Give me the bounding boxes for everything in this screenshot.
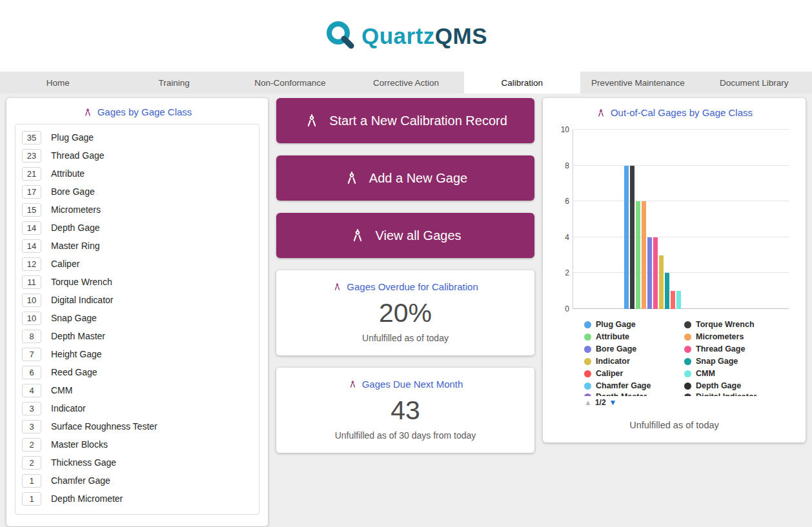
legend-page-label: 1/2 <box>595 398 606 407</box>
gage-class-label: Depth Gage <box>51 223 100 233</box>
gage-class-label: Micrometers <box>51 204 101 215</box>
gage-class-label: Master Blocks <box>51 439 108 450</box>
legend-page-up-icon[interactable]: ▲ <box>584 398 592 407</box>
out-of-cal-chart-title: Out-of-Cal Gages by Gage Class <box>553 107 795 118</box>
overdue-card-title: Gages Overdue for Calibration <box>285 281 525 292</box>
bar-torque-wrench[interactable] <box>630 166 634 309</box>
brand-q-icon <box>325 19 356 53</box>
gridline-2 <box>573 272 789 273</box>
brand-logo: QuartzQMS <box>325 19 487 53</box>
legend-label: Plug Gage <box>596 319 636 330</box>
bar-thread-gage[interactable] <box>653 237 658 309</box>
tab-preventive-maintenance[interactable]: Preventive Maintenance <box>580 72 696 94</box>
legend-dot-depth-master <box>584 393 591 396</box>
start-calibration-button[interactable]: Start a New Calibration Record <box>276 98 534 143</box>
gridline-8 <box>573 165 789 166</box>
compass-icon <box>343 170 360 186</box>
gage-count: 10 <box>22 312 41 325</box>
gage-class-row-digital-indicator[interactable]: 10Digital Indicator <box>15 291 259 309</box>
gages-by-class-title: Gages by Gage Class <box>15 106 259 117</box>
tab-non-conformance[interactable]: Non-Conformance <box>232 72 348 94</box>
bar-cmm[interactable] <box>676 291 681 309</box>
gage-count: 12 <box>22 257 41 271</box>
bar-caliper[interactable] <box>671 291 675 309</box>
gages-by-class-card: Gages by Gage Class 35Plug Gage23Thread … <box>6 98 268 526</box>
gage-class-row-height-gage[interactable]: 7Height Gage <box>15 345 259 363</box>
legend-label: Thread Gage <box>696 344 745 355</box>
gage-class-row-depth-master[interactable]: 8Depth Master <box>15 327 259 345</box>
y-axis-tick-4: 4 <box>554 233 569 242</box>
gage-count: 3 <box>22 420 41 433</box>
legend-item-snap-gage[interactable]: Snap Gage <box>684 356 795 367</box>
bar-plug-gage[interactable] <box>624 166 629 309</box>
chart-bars <box>624 130 681 309</box>
legend-page-down-icon[interactable]: ▼ <box>609 398 617 407</box>
gage-class-row-surface-roughness-tester[interactable]: 3Surface Roughness Tester <box>15 417 259 435</box>
gage-class-row-plug-gage[interactable]: 35Plug Gage <box>15 128 259 146</box>
gage-count: 21 <box>22 167 41 181</box>
legend-dot-indicator <box>584 358 591 365</box>
bar-bore-gage[interactable] <box>647 237 652 309</box>
gage-class-row-reed-gage[interactable]: 6Reed Gage <box>15 363 259 381</box>
legend-dot-depth-gage <box>684 383 691 390</box>
legend-item-chamfer-gage[interactable]: Chamfer Gage <box>584 381 684 392</box>
legend-label: Indicator <box>596 356 630 367</box>
gage-class-row-chamfer-gage[interactable]: 1Chamfer Gage <box>15 472 259 490</box>
gage-class-row-micrometers[interactable]: 15Micrometers <box>15 201 259 219</box>
main-content: Gages by Gage Class 35Plug Gage23Thread … <box>0 94 812 527</box>
legend-item-torque-wrench[interactable]: Torque Wrench <box>684 319 795 330</box>
add-gage-label: Add a New Gage <box>369 171 467 186</box>
gage-class-label: Height Gage <box>51 349 102 359</box>
legend-label: Attribute <box>596 332 629 343</box>
legend-dot-plug-gage <box>584 321 591 328</box>
bar-indicator[interactable] <box>659 255 664 309</box>
view-gages-button[interactable]: View all Gages <box>276 213 534 258</box>
gage-class-row-depth-micrometer[interactable]: 1Depth Micrometer <box>15 490 259 508</box>
due-next-month-title: Gages Due Next Month <box>285 379 525 390</box>
legend-item-plug-gage[interactable]: Plug Gage <box>584 319 684 330</box>
gage-class-row-torque-wrench[interactable]: 11Torque Wrench <box>15 273 259 291</box>
gage-count: 14 <box>22 239 41 253</box>
gage-class-label: Chamfer Gage <box>51 475 110 486</box>
gage-class-row-master-ring[interactable]: 14Master Ring <box>15 237 259 255</box>
gage-class-label: Thread Gage <box>51 150 105 161</box>
due-next-month-subtitle: Unfulfilled as of 30 days from today <box>285 430 525 441</box>
legend-label: Torque Wrench <box>696 319 755 330</box>
tab-corrective-action[interactable]: Corrective Action <box>348 72 464 94</box>
bar-snap-gage[interactable] <box>665 273 669 309</box>
legend-item-bore-gage[interactable]: Bore Gage <box>584 344 684 355</box>
legend-item-cmm[interactable]: CMM <box>684 368 795 379</box>
gage-class-row-master-blocks[interactable]: 2Master Blocks <box>15 435 259 453</box>
add-gage-button[interactable]: Add a New Gage <box>276 155 534 201</box>
gage-class-row-attribute[interactable]: 21Attribute <box>15 164 259 183</box>
y-axis-tick-6: 6 <box>554 197 569 206</box>
tab-home[interactable]: Home <box>0 72 116 94</box>
gage-class-row-bore-gage[interactable]: 17Bore Gage <box>15 183 259 201</box>
legend-item-caliper[interactable]: Caliper <box>584 368 684 379</box>
main-nav: HomeTrainingNon-ConformanceCorrective Ac… <box>0 72 812 94</box>
gage-class-row-thickness-gage[interactable]: 2Thickness Gage <box>15 453 259 472</box>
gage-count: 7 <box>22 348 41 361</box>
legend-item-indicator[interactable]: Indicator <box>584 356 684 367</box>
gage-class-row-indicator[interactable]: 3Indicator <box>15 399 259 417</box>
legend-item-digital-indicator[interactable]: Digital Indicator <box>684 392 795 396</box>
legend-item-depth-master[interactable]: Depth Master <box>584 392 684 396</box>
y-axis-tick-8: 8 <box>554 161 569 170</box>
compass-icon <box>83 107 93 117</box>
tab-calibration[interactable]: Calibration <box>464 72 580 94</box>
gage-class-row-depth-gage[interactable]: 14Depth Gage <box>15 219 259 237</box>
gage-class-row-caliper[interactable]: 12Caliper <box>15 255 259 273</box>
gage-class-row-cmm[interactable]: 4CMM <box>15 381 259 399</box>
gage-class-row-snap-gage[interactable]: 10Snap Gage <box>15 309 259 327</box>
legend-dot-chamfer-gage <box>584 383 591 390</box>
gage-class-label: Master Ring <box>51 241 99 251</box>
tab-training[interactable]: Training <box>116 72 232 94</box>
bar-micrometers[interactable] <box>642 201 646 309</box>
tab-document-library[interactable]: Document Library <box>696 72 812 94</box>
legend-item-attribute[interactable]: Attribute <box>584 332 684 343</box>
legend-item-depth-gage[interactable]: Depth Gage <box>684 381 795 392</box>
legend-item-thread-gage[interactable]: Thread Gage <box>684 344 795 355</box>
legend-item-micrometers[interactable]: Micrometers <box>684 332 795 343</box>
gage-class-row-thread-gage[interactable]: 23Thread Gage <box>15 146 259 164</box>
bar-attribute[interactable] <box>636 201 640 309</box>
